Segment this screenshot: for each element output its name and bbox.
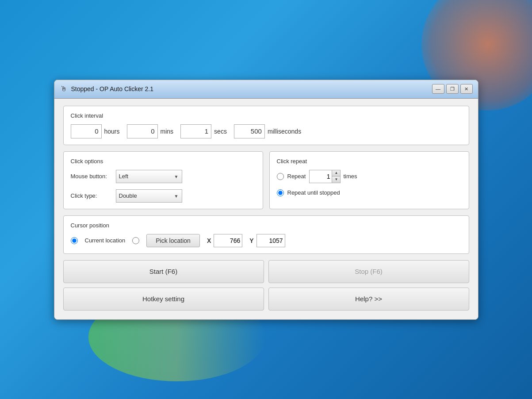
- secs-input[interactable]: [180, 124, 211, 138]
- current-location-radio[interactable]: [71, 237, 78, 244]
- hotkey-setting-button[interactable]: Hotkey setting: [63, 288, 264, 311]
- middle-sections: Click options Mouse button: Left Right M…: [63, 151, 469, 209]
- cursor-position-section: Cursor position Current location Pick lo…: [63, 215, 469, 254]
- repeat-count-input[interactable]: [310, 170, 332, 183]
- mins-input[interactable]: [127, 124, 158, 138]
- mouse-button-label: Mouse button:: [71, 173, 111, 180]
- repeat-until-stopped-row: Repeat until stopped: [277, 189, 462, 196]
- current-location-label: Current location: [85, 237, 126, 244]
- spin-down-button[interactable]: ▼: [332, 176, 340, 183]
- pick-location-radio[interactable]: [132, 237, 139, 244]
- restore-button[interactable]: ❐: [446, 84, 459, 94]
- x-coord-group: X: [207, 234, 242, 247]
- click-options-section: Click options Mouse button: Left Right M…: [63, 151, 263, 209]
- secs-unit: secs: [214, 128, 227, 135]
- pick-location-button[interactable]: Pick location: [146, 234, 200, 247]
- minimize-button[interactable]: —: [432, 84, 444, 94]
- click-interval-label: Click interval: [71, 112, 462, 119]
- mouse-button-row: Mouse button: Left Right Middle: [71, 170, 256, 183]
- spin-buttons: ▲ ▼: [332, 170, 340, 183]
- repeat-until-stopped-label: Repeat until stopped: [287, 189, 340, 196]
- close-button[interactable]: ✕: [460, 84, 473, 94]
- repeat-times-row: Repeat ▲ ▼ times: [277, 170, 462, 183]
- click-interval-section: Click interval hours mins secs milliseco…: [63, 106, 469, 145]
- repeat-times-input-wrap: ▲ ▼ times: [309, 170, 357, 183]
- window-content: Click interval hours mins secs milliseco…: [54, 99, 478, 319]
- y-label: Y: [249, 237, 253, 244]
- cursor-position-label: Cursor position: [71, 222, 462, 229]
- click-type-row: Click type: Single Double: [71, 189, 256, 203]
- repeat-until-stopped-radio[interactable]: [277, 189, 284, 196]
- main-window: 🖱 Stopped - OP Auto Clicker 2.1 — ❐ ✕ Cl…: [54, 80, 478, 320]
- titlebar-left: 🖱 Stopped - OP Auto Clicker 2.1: [60, 85, 154, 93]
- cursor-pos-row: Current location Pick location X Y: [71, 234, 462, 247]
- titlebar-controls: — ❐ ✕: [432, 84, 473, 94]
- hours-unit: hours: [104, 128, 120, 135]
- click-repeat-label: Click repeat: [277, 158, 462, 165]
- click-type-select[interactable]: Single Double: [116, 189, 182, 203]
- help-button[interactable]: Help? >>: [268, 288, 469, 311]
- interval-row: hours mins secs milliseconds: [71, 124, 462, 138]
- start-button[interactable]: Start (F6): [63, 260, 264, 283]
- ms-input[interactable]: [234, 124, 265, 138]
- titlebar: 🖱 Stopped - OP Auto Clicker 2.1 — ❐ ✕: [54, 80, 478, 99]
- spin-up-button[interactable]: ▲: [332, 170, 340, 176]
- stop-button[interactable]: Stop (F6): [268, 260, 469, 283]
- mins-unit: mins: [161, 128, 174, 135]
- times-unit-label: times: [343, 173, 357, 180]
- y-coord-input[interactable]: [256, 234, 285, 247]
- mouse-button-select[interactable]: Left Right Middle: [116, 170, 182, 183]
- repeat-spinbox: ▲ ▼: [309, 170, 341, 183]
- bottom-buttons: Start (F6) Stop (F6) Hotkey setting Help…: [63, 260, 469, 311]
- hours-input[interactable]: [71, 124, 102, 138]
- window-title: Stopped - OP Auto Clicker 2.1: [71, 85, 154, 92]
- ms-unit: milliseconds: [268, 128, 301, 135]
- repeat-times-radio[interactable]: [277, 173, 284, 180]
- click-options-label: Click options: [71, 158, 256, 165]
- repeat-times-label: Repeat: [287, 173, 306, 180]
- click-repeat-section: Click repeat Repeat ▲ ▼ times: [269, 151, 469, 209]
- click-type-label: Click type:: [71, 192, 111, 199]
- mouse-button-select-wrapper: Left Right Middle: [116, 170, 182, 183]
- x-label: X: [207, 237, 211, 244]
- click-type-select-wrapper: Single Double: [116, 189, 182, 203]
- x-coord-input[interactable]: [214, 234, 242, 247]
- window-icon: 🖱: [60, 85, 68, 93]
- y-coord-group: Y: [249, 234, 285, 247]
